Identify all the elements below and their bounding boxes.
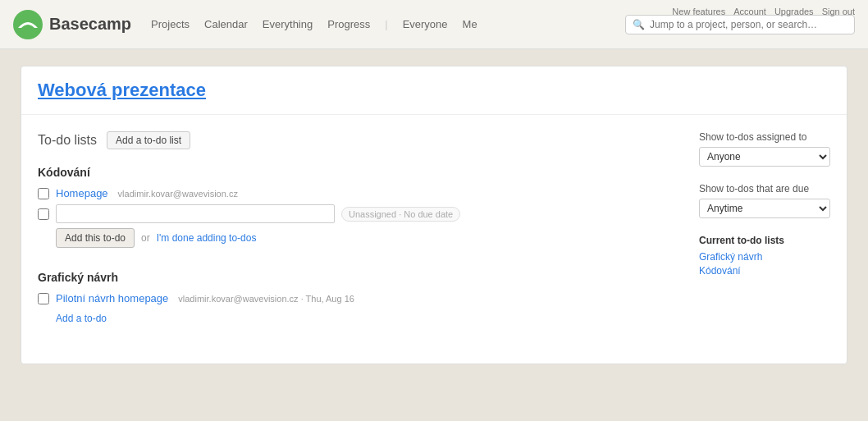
- assigned-section: Show to-dos assigned to Anyone Me Unassi…: [699, 131, 830, 167]
- add-todo-inline-link[interactable]: Add a to-do: [56, 313, 107, 324]
- search-box: 🔍: [625, 15, 855, 34]
- logo-area[interactable]: Basecamp: [13, 10, 131, 39]
- nav-progress[interactable]: Progress: [327, 18, 370, 30]
- new-todo-input[interactable]: [56, 204, 335, 223]
- todo-item-meta-homepage: vladimir.kovar@wavevision.cz: [118, 189, 238, 199]
- assigned-label: Show to-dos assigned to: [699, 131, 830, 143]
- search-icon: 🔍: [633, 19, 645, 30]
- todo-group-graficky: Grafický návrh Pilotní návrh homepage vl…: [38, 271, 666, 324]
- todo-item-meta-pilotni: vladimir.kovar@wavevision.cz · Thu, Aug …: [178, 294, 354, 304]
- project-title[interactable]: Webová prezentace: [38, 80, 206, 100]
- todo-item: Homepage vladimir.kovar@wavevision.cz: [38, 187, 666, 199]
- nav-me[interactable]: Me: [463, 18, 477, 30]
- done-adding-link[interactable]: I'm done adding to-dos: [157, 232, 257, 244]
- nav-separator: |: [385, 18, 387, 30]
- todo-checkbox-pilotni[interactable]: [38, 293, 49, 304]
- due-section: Show to-dos that are due Anytime Today T…: [699, 183, 830, 218]
- topbar: New features Account Upgrades Sign out B…: [0, 0, 868, 49]
- due-select[interactable]: Anytime Today This week This month Overd…: [699, 199, 830, 218]
- due-label: Show to-dos that are due: [699, 183, 830, 194]
- todo-item-pilotni: Pilotní návrh homepage vladimir.kovar@wa…: [38, 292, 666, 304]
- nav-projects[interactable]: Projects: [151, 18, 190, 30]
- project-card: Webová prezentace To-do lists Add a to-d…: [21, 66, 847, 364]
- sign-out-link[interactable]: Sign out: [822, 7, 855, 16]
- new-features-link[interactable]: New features: [672, 7, 725, 16]
- sidebar-list-kodovani[interactable]: Kódování: [699, 265, 830, 277]
- nav-everyone[interactable]: Everyone: [403, 18, 448, 30]
- assigned-select[interactable]: Anyone Me Unassigned: [699, 147, 830, 167]
- todo-group-kodovani: Kódování Homepage vladimir.kovar@wavevis…: [38, 166, 666, 248]
- todo-sidebar: Show to-dos assigned to Anyone Me Unassi…: [699, 131, 830, 347]
- project-title-bar: Webová prezentace: [21, 66, 847, 115]
- main-nav: Projects Calendar Everything Progress | …: [151, 18, 477, 30]
- nav-everything[interactable]: Everything: [263, 18, 313, 30]
- todo-lists-title: To-do lists: [38, 133, 97, 148]
- sidebar-list-graficky[interactable]: Grafický návrh: [699, 251, 830, 263]
- group-title-kodovani: Kódování: [38, 166, 666, 179]
- todo-new-item-row: Unassigned · No due date: [38, 204, 666, 223]
- current-lists-section: Current to-do lists Grafický návrh Kódov…: [699, 235, 830, 277]
- todo-header: To-do lists Add a to-do list: [38, 131, 666, 149]
- todo-item-text-homepage[interactable]: Homepage: [56, 187, 108, 199]
- content-wrapper: Webová prezentace To-do lists Add a to-d…: [7, 49, 861, 381]
- add-todo-list-button[interactable]: Add a to-do list: [107, 131, 190, 149]
- nav-calendar[interactable]: Calendar: [204, 18, 248, 30]
- add-todo-action-row: Add this to-do or I'm done adding to-dos: [56, 228, 666, 248]
- account-link[interactable]: Account: [733, 7, 766, 16]
- todo-section: To-do lists Add a to-do list Kódování Ho…: [21, 115, 847, 364]
- todo-meta-label: Unassigned · No due date: [341, 207, 460, 222]
- group-title-graficky: Grafický návrh: [38, 271, 666, 284]
- add-this-todo-button[interactable]: Add this to-do: [56, 228, 135, 248]
- todo-main: To-do lists Add a to-do list Kódování Ho…: [38, 131, 666, 347]
- todo-checkbox-new[interactable]: [38, 208, 49, 220]
- utility-nav: New features Account Upgrades Sign out: [672, 7, 855, 16]
- or-text: or: [141, 232, 150, 244]
- todo-item-text-pilotni[interactable]: Pilotní návrh homepage: [56, 292, 168, 304]
- basecamp-logo-icon: [13, 10, 43, 39]
- todo-checkbox-homepage[interactable]: [38, 188, 49, 199]
- current-lists-title: Current to-do lists: [699, 235, 830, 246]
- logo-text: Basecamp: [49, 15, 131, 34]
- search-input[interactable]: [650, 19, 847, 30]
- search-area: 🔍: [625, 15, 855, 34]
- upgrades-link[interactable]: Upgrades: [774, 7, 814, 16]
